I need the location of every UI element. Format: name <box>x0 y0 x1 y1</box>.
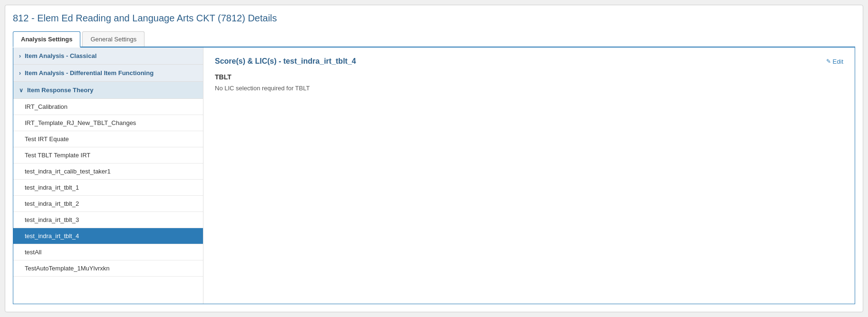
sidebar-item-test-indra-irt-calib[interactable]: test_indra_irt_calib_test_taker1 <box>13 163 203 180</box>
tblt-description: No LIC selection required for TBLT <box>215 85 843 92</box>
sidebar-section-item-analysis-classical[interactable]: › Item Analysis - Classical <box>13 48 203 65</box>
tab-general-settings[interactable]: General Settings <box>82 31 145 47</box>
sidebar-item-test-irt-equate[interactable]: Test IRT Equate <box>13 131 203 147</box>
sidebar-section-label: Item Analysis - Classical <box>25 52 96 59</box>
edit-icon: ✎ <box>826 58 831 65</box>
tab-bar: Analysis Settings General Settings <box>13 31 855 48</box>
main-panel-title: Score(s) & LIC(s) - test_indra_irt_tblt_… <box>215 57 356 66</box>
main-panel: Score(s) & LIC(s) - test_indra_irt_tblt_… <box>203 48 855 304</box>
edit-label: Edit <box>833 58 843 65</box>
sidebar-section-label: Item Analysis - Differential Item Functi… <box>25 69 154 77</box>
sidebar-section-item-analysis-dif[interactable]: › Item Analysis - Differential Item Func… <box>13 65 203 82</box>
main-panel-header: Score(s) & LIC(s) - test_indra_irt_tblt_… <box>215 57 843 66</box>
sidebar-item-test-indra-irt-tblt-2[interactable]: test_indra_irt_tblt_2 <box>13 196 203 212</box>
content-area: › Item Analysis - Classical › Item Analy… <box>13 48 855 304</box>
sidebar-item-test-indra-irt-tblt-4[interactable]: test_indra_irt_tblt_4 <box>13 228 203 244</box>
sidebar-section-item-response-theory[interactable]: ∨ Item Response Theory <box>13 82 203 99</box>
sidebar: › Item Analysis - Classical › Item Analy… <box>13 48 203 304</box>
chevron-right-icon: › <box>19 53 21 59</box>
sidebar-item-test-tblt-template-irt[interactable]: Test TBLT Template IRT <box>13 147 203 163</box>
tab-analysis-settings[interactable]: Analysis Settings <box>13 31 80 48</box>
chevron-right-icon: › <box>19 70 21 77</box>
chevron-down-icon: ∨ <box>19 87 23 94</box>
sidebar-item-test-auto-template[interactable]: TestAutoTemplate_1MuYlvrxkn <box>13 260 203 277</box>
sidebar-item-test-indra-irt-tblt-1[interactable]: test_indra_irt_tblt_1 <box>13 180 203 196</box>
sidebar-item-test-all[interactable]: testAll <box>13 244 203 260</box>
edit-button[interactable]: ✎ Edit <box>826 58 843 65</box>
tblt-label: TBLT <box>215 73 843 81</box>
sidebar-item-irt-calibration[interactable]: IRT_Calibration <box>13 99 203 115</box>
sidebar-item-irt-template-rj[interactable]: IRT_Template_RJ_New_TBLT_Changes <box>13 115 203 131</box>
page-title: 812 - Elem Ed Reading and Language Arts … <box>13 13 855 24</box>
sidebar-section-label: Item Response Theory <box>27 86 93 94</box>
sidebar-item-test-indra-irt-tblt-3[interactable]: test_indra_irt_tblt_3 <box>13 212 203 228</box>
